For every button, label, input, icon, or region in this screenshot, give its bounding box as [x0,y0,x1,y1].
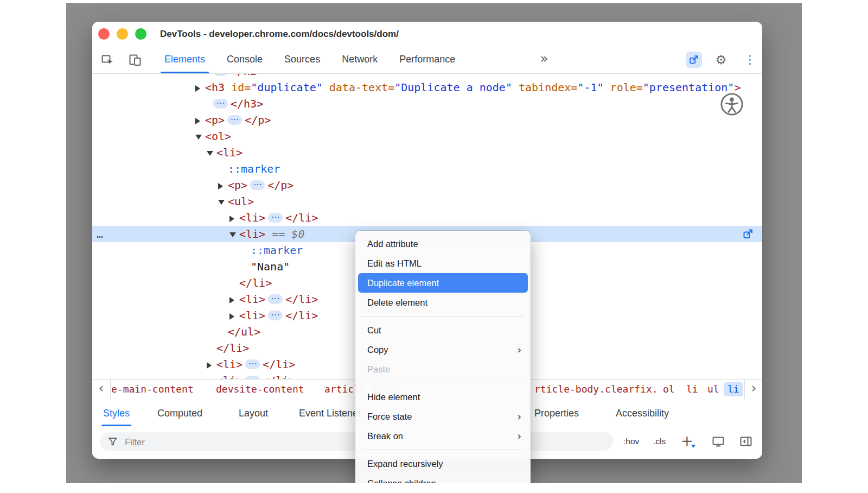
menu-item-copy[interactable]: Copy› [358,340,528,359]
window-titlebar[interactable]: DevTools - developer.chrome.com/docs/dev… [92,22,762,47]
breadcrumb-item[interactable]: e-main-content [111,380,194,399]
dom-tree-row[interactable]: ::marker [92,161,762,177]
code-token: <li> [239,227,265,241]
settings-gear-icon[interactable]: ⚙ [714,46,728,73]
menu-separator [362,383,524,383]
dock-sidebar-icon[interactable] [739,434,753,448]
tab-sources[interactable]: Sources [283,46,322,73]
code-token: </li> [263,358,295,371]
menu-item-break-on[interactable]: Break on› [358,426,528,446]
code-token: <ol> [205,130,231,143]
expand-arrow-icon[interactable] [207,362,212,369]
collapsed-content-icon[interactable]: ⋯ [268,311,283,320]
element-classes-button[interactable]: .cls [653,428,666,455]
dom-tree-row[interactable]: <li>⋯</li> [92,210,762,226]
collapse-arrow-icon[interactable] [218,200,225,205]
breadcrumb-scroll-right-icon[interactable]: › [744,380,762,400]
code-token: <p> [205,113,225,127]
expand-arrow-icon[interactable] [195,85,200,92]
menu-item-label: Paste [367,364,390,374]
panel-tab-layout[interactable]: Layout [239,399,268,427]
tab-console[interactable]: Console [225,46,264,73]
menu-item-cut[interactable]: Cut [358,320,528,340]
accessibility-person-icon[interactable] [719,92,744,117]
dom-tree-row[interactable]: <ol> [92,128,762,144]
collapsed-content-icon[interactable]: ⋯ [213,99,228,109]
dom-tree-row[interactable]: <h3 id="duplicate" data-text="Duplicate … [92,79,762,96]
menu-item-duplicate-element[interactable]: Duplicate element [358,273,528,293]
collapsed-content-icon[interactable]: ⋯ [268,213,283,223]
code-token: tabindex= [512,81,577,94]
dom-tree-row[interactable]: ⋯</h2> [92,74,762,79]
zoom-window-icon[interactable] [135,28,146,40]
expand-arrow-icon[interactable] [229,216,234,222]
panel-tab-computed[interactable]: Computed [157,399,202,427]
collapsed-content-icon[interactable]: ⋯ [245,359,260,369]
dom-tree-row[interactable]: <p>⋯</p> [92,112,762,128]
collapse-arrow-icon[interactable] [229,232,236,237]
window-title: DevTools - developer.chrome.com/docs/dev… [160,22,399,46]
device-toolbar-icon[interactable] [128,53,142,67]
monitor-icon[interactable] [711,434,725,448]
code-token: <li> [216,374,242,379]
breadcrumb-item[interactable]: rticle-body.clearfix. [534,380,658,399]
code-token: == [265,227,291,241]
submenu-chevron-icon: › [517,340,521,359]
panel-tab-properties[interactable]: Properties [534,399,579,427]
menu-separator [362,316,524,317]
expand-arrow-icon[interactable] [229,297,234,304]
menu-item-edit-as-html[interactable]: Edit as HTML [358,254,528,273]
menu-item-delete-element[interactable]: Delete element [358,293,528,312]
collapse-arrow-icon[interactable] [207,151,213,156]
new-style-rule-button[interactable]: + [681,428,693,453]
breadcrumb-item[interactable]: devsite-content [216,380,304,399]
menu-item-label: Delete element [367,298,427,307]
expand-arrow-icon[interactable] [229,313,234,320]
duplicate-element-adorner-icon[interactable] [742,227,755,241]
code-token: <p> [228,179,247,192]
dom-tree-row[interactable]: <li> [92,144,762,161]
tab-performance[interactable]: Performance [398,46,457,73]
menu-item-expand-recursively[interactable]: Expand recursively [358,454,528,473]
code-token: </li> [239,276,272,289]
inspect-icon[interactable] [100,53,114,67]
panel-tab-styles[interactable]: Styles [103,399,130,427]
code-token: <h3 [205,81,225,94]
new-style-rule-caret-icon[interactable] [691,445,695,448]
collapsed-content-icon[interactable]: ⋯ [250,180,265,190]
tab-network[interactable]: Network [340,46,379,73]
styles-filter-input[interactable] [124,433,343,451]
more-tabs-icon[interactable]: » [536,46,552,71]
breadcrumb-item-selected[interactable]: li [724,382,743,396]
dom-tree-row[interactable]: ⋯</h3> [92,96,762,112]
breadcrumb-scroll-left-icon[interactable]: ‹ [92,380,111,400]
code-token: </li> [285,211,318,224]
tab-elements[interactable]: Elements [163,46,207,73]
close-window-icon[interactable] [98,28,110,40]
expand-arrow-icon[interactable] [195,118,200,124]
panel-tab-accessibility[interactable]: Accessibility [616,399,669,427]
breadcrumb-item[interactable]: ol [663,380,675,399]
dom-tree-row[interactable]: <p>⋯</p> [92,177,762,193]
code-token: $0 [291,227,304,241]
duplicate-element-icon[interactable] [686,52,702,68]
code-token: "Duplicate a node" [394,81,512,94]
toggle-element-state-button[interactable]: :hov [623,428,639,455]
collapsed-content-icon[interactable]: ⋯ [227,115,242,125]
breadcrumb-item[interactable]: li [686,380,698,399]
collapsed-content-icon[interactable]: ⋯ [213,74,228,76]
kebab-menu-icon[interactable]: ⋮ [744,46,755,73]
minimize-window-icon[interactable] [117,28,128,40]
devtools-tabs: ElementsConsoleSourcesNetworkPerformance [163,46,457,73]
row-overflow-dots[interactable]: … [97,226,104,242]
expand-arrow-icon[interactable] [218,183,223,189]
collapse-arrow-icon[interactable] [195,135,202,140]
collapsed-content-icon[interactable]: ⋯ [268,294,283,304]
code-token: <li> [239,211,265,224]
menu-item-hide-element[interactable]: Hide element [358,387,528,407]
menu-item-force-state[interactable]: Force state› [358,407,528,426]
menu-item-collapse-children[interactable]: Collapse children [358,473,528,483]
menu-item-add-attribute[interactable]: Add attribute [358,234,528,254]
breadcrumb-item[interactable]: ul [707,380,719,399]
dom-tree-row[interactable]: <ul> [92,193,762,210]
